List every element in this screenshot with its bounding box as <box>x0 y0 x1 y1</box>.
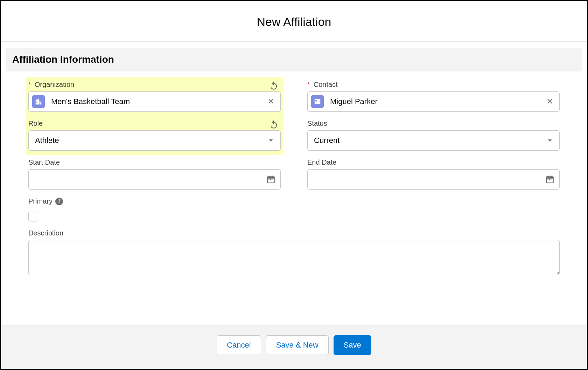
close-icon <box>267 97 275 105</box>
field-end-date: End Date <box>304 155 562 194</box>
save-and-new-button[interactable]: Save & New <box>266 335 329 355</box>
contact-icon <box>311 95 324 108</box>
contact-clear-button[interactable] <box>544 95 556 108</box>
end-date-label: End Date <box>307 158 336 166</box>
status-select[interactable]: Current <box>307 130 560 151</box>
modal-title: New Affiliation <box>1 15 587 29</box>
field-description: Description <box>26 226 562 281</box>
organization-clear-button[interactable] <box>265 95 277 108</box>
start-date-label: Start Date <box>28 158 60 166</box>
modal-header: New Affiliation <box>1 1 587 42</box>
form-grid: * Organization Men's Basketball Team <box>6 77 582 281</box>
info-icon[interactable]: i <box>55 198 63 205</box>
role-value: Athlete <box>35 136 59 145</box>
end-date-input-wrap <box>307 169 560 190</box>
organization-undo-button[interactable] <box>267 79 280 93</box>
modal-footer: Cancel Save & New Save <box>1 325 587 369</box>
field-start-date: Start Date <box>26 155 284 194</box>
chevron-down-icon <box>547 137 553 144</box>
new-affiliation-modal: New Affiliation Affiliation Information … <box>0 0 588 370</box>
field-role: Role Athlete <box>26 116 284 155</box>
primary-checkbox[interactable] <box>28 212 38 221</box>
organization-lookup[interactable]: Men's Basketball Team <box>28 91 281 112</box>
field-status: Status Current <box>304 116 562 155</box>
close-icon <box>546 97 554 105</box>
account-icon <box>32 95 45 108</box>
calendar-icon[interactable] <box>545 175 554 184</box>
modal-body: Affiliation Information * Organization M… <box>1 42 587 325</box>
role-select[interactable]: Athlete <box>28 130 281 151</box>
primary-label: Primary i <box>28 197 281 205</box>
section-title: Affiliation Information <box>6 48 582 71</box>
organization-value: Men's Basketball Team <box>51 97 265 106</box>
required-star-icon: * <box>307 81 310 89</box>
required-star-icon: * <box>28 81 31 89</box>
field-primary: Primary i <box>26 194 284 226</box>
contact-lookup[interactable]: Miguel Parker <box>307 91 560 112</box>
status-label: Status <box>307 119 327 128</box>
undo-icon <box>269 119 279 129</box>
description-label: Description <box>28 229 63 237</box>
description-textarea[interactable] <box>28 240 560 275</box>
end-date-input[interactable] <box>313 170 545 189</box>
organization-label: * Organization <box>28 81 74 89</box>
field-contact: * Contact Miguel Parker <box>304 77 562 116</box>
start-date-input[interactable] <box>34 170 266 189</box>
chevron-down-icon <box>268 137 274 144</box>
role-undo-button[interactable] <box>267 118 280 132</box>
contact-label: * Contact <box>307 81 338 89</box>
undo-icon <box>269 81 279 90</box>
cancel-button[interactable]: Cancel <box>217 335 261 355</box>
save-button[interactable]: Save <box>334 335 371 355</box>
status-value: Current <box>314 136 340 145</box>
field-organization: * Organization Men's Basketball Team <box>26 77 284 116</box>
contact-value: Miguel Parker <box>330 97 544 106</box>
role-label: Role <box>28 119 43 128</box>
calendar-icon[interactable] <box>266 175 275 184</box>
spacer <box>304 194 562 226</box>
start-date-input-wrap <box>28 169 281 190</box>
